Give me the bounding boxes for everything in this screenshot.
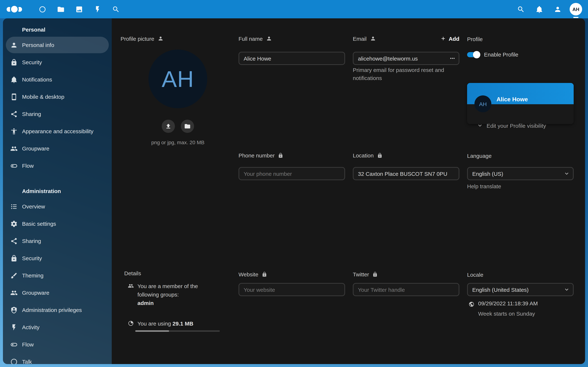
help-translate-link[interactable]: Help translate: [467, 183, 501, 189]
sidebar-item-sharing[interactable]: Sharing: [6, 106, 109, 122]
sidebar-item-flow[interactable]: Flow: [6, 158, 109, 174]
sidebar-item-label: Flow: [22, 341, 34, 348]
sidebar-item-theming[interactable]: Theming: [6, 267, 109, 284]
language-select[interactable]: English (US): [467, 167, 574, 180]
dots-horizontal-icon: [449, 55, 456, 62]
activity-app-button[interactable]: [90, 0, 105, 18]
photos-app-button[interactable]: [71, 0, 87, 18]
profile-picture-avatar[interactable]: AH: [148, 50, 207, 108]
profile-card-name: Alice Howe: [496, 95, 528, 103]
toggle-knob: [473, 51, 480, 58]
email-label: Email: [353, 35, 367, 42]
globe-icon: [468, 301, 475, 307]
user-avatar-menu[interactable]: AH: [570, 3, 582, 16]
sidebar-item-label: Administration privileges: [22, 307, 82, 313]
website-input[interactable]: [239, 283, 345, 296]
flow-icon: [10, 162, 18, 169]
details-label: Details: [124, 270, 141, 276]
sidebar-item-administration-privileges[interactable]: Administration privileges: [6, 302, 109, 318]
full-name-label: Full name: [239, 35, 263, 42]
sidebar-item-label: Overview: [22, 203, 45, 209]
sidebar-item-talk[interactable]: Talk: [6, 353, 109, 364]
quota-pie-icon: [128, 320, 134, 326]
contacts-icon: [554, 5, 561, 13]
sidebar-item-admin-security[interactable]: Security: [6, 250, 109, 267]
choose-avatar-from-files-button[interactable]: [181, 120, 194, 133]
website-label-row: Website: [239, 270, 267, 278]
email-field-wrap: [353, 52, 459, 65]
folder-icon: [184, 123, 191, 130]
sidebar-item-label: Security: [22, 59, 42, 65]
sidebar-item-label: Notifications: [22, 76, 52, 83]
twitter-input[interactable]: [353, 283, 459, 296]
contacts-button[interactable]: [551, 1, 564, 18]
share-icon: [10, 110, 18, 118]
lightning-icon: [94, 5, 101, 13]
search-app-button[interactable]: [108, 0, 123, 18]
administration-section-header: Administration: [3, 184, 112, 198]
sidebar-item-label: Flow: [22, 163, 34, 169]
profile-preview-card: AH Alice Howe: [467, 83, 574, 124]
sidebar-item-admin-sharing[interactable]: Sharing: [6, 233, 109, 249]
sidebar-item-label: Sharing: [22, 238, 41, 244]
sidebar-item-label: Sharing: [22, 111, 41, 117]
lock-icon: [10, 255, 18, 262]
lock-icon: [262, 271, 267, 277]
email-input[interactable]: [353, 52, 459, 65]
sidebar-item-label: Basic settings: [22, 221, 56, 227]
sidebar-item-label: Talk: [22, 359, 32, 364]
notifications-button[interactable]: [532, 1, 546, 18]
full-name-label-row: Full name: [239, 34, 272, 42]
lock-icon: [372, 271, 378, 277]
website-label: Website: [239, 271, 258, 277]
sidebar-item-security[interactable]: Security: [6, 54, 109, 70]
lock-icon: [278, 152, 284, 158]
phone-input[interactable]: [239, 167, 345, 180]
sidebar-item-personal-info[interactable]: Personal info: [6, 37, 109, 53]
email-options-button[interactable]: [448, 54, 457, 62]
add-email-button[interactable]: Add: [440, 35, 459, 42]
avatar-status-indicator: [573, 17, 579, 18]
sidebar-item-appearance-accessibility[interactable]: Appearance and accessibility: [6, 123, 109, 140]
cellphone-icon: [10, 93, 18, 100]
accessibility-icon: [10, 127, 18, 135]
account-icon: [157, 36, 163, 42]
toggle-track: [467, 52, 480, 57]
account-icon: [266, 36, 272, 42]
twitter-label-row: Twitter: [353, 270, 378, 278]
nextcloud-app: AH Personal Personal info Security Notif…: [0, 0, 588, 367]
files-app-button[interactable]: [53, 0, 68, 18]
shield-account-icon: [10, 306, 18, 314]
location-input[interactable]: [353, 167, 459, 180]
enable-profile-toggle[interactable]: Enable Profile: [467, 51, 518, 58]
current-datetime-row: 09/29/2022 11:18:39 AM: [468, 300, 538, 307]
usage-value: 29.1 MB: [173, 320, 193, 327]
talk-icon: [10, 358, 18, 364]
sidebar-item-mobile-desktop[interactable]: Mobile & desktop: [6, 88, 109, 105]
sidebar-item-notifications[interactable]: Notifications: [6, 71, 109, 88]
app-navigation: [35, 0, 126, 18]
locale-label: Locale: [467, 272, 483, 278]
unified-search-button[interactable]: [514, 1, 528, 18]
sidebar-item-groupware[interactable]: Groupware: [6, 140, 109, 157]
sidebar-item-admin-groupware[interactable]: Groupware: [6, 284, 109, 301]
sidebar-item-activity[interactable]: Activity: [6, 319, 109, 335]
full-name-input[interactable]: [239, 52, 345, 65]
sidebar-item-label: Groupware: [22, 145, 49, 151]
avatar-initials: AH: [162, 66, 194, 92]
edit-profile-visibility[interactable]: Edit your Profile visibility: [467, 122, 574, 129]
email-label-row: Email Add: [353, 34, 459, 42]
dashboard-icon: [38, 5, 46, 13]
group-icon: [10, 145, 18, 152]
sidebar-item-overview[interactable]: Overview: [6, 198, 109, 215]
upload-avatar-button[interactable]: [162, 120, 175, 133]
avatar-actions: [148, 120, 207, 133]
bell-icon: [10, 76, 18, 83]
sidebar-item-basic-settings[interactable]: Basic settings: [6, 216, 109, 232]
nextcloud-logo[interactable]: [7, 5, 29, 14]
phone-label-row: Phone number: [239, 151, 284, 159]
current-datetime: 09/29/2022 11:18:39 AM: [478, 300, 538, 307]
locale-select[interactable]: English (United States): [467, 283, 574, 296]
sidebar-item-admin-flow[interactable]: Flow: [6, 336, 109, 353]
dashboard-app-button[interactable]: [35, 0, 50, 18]
